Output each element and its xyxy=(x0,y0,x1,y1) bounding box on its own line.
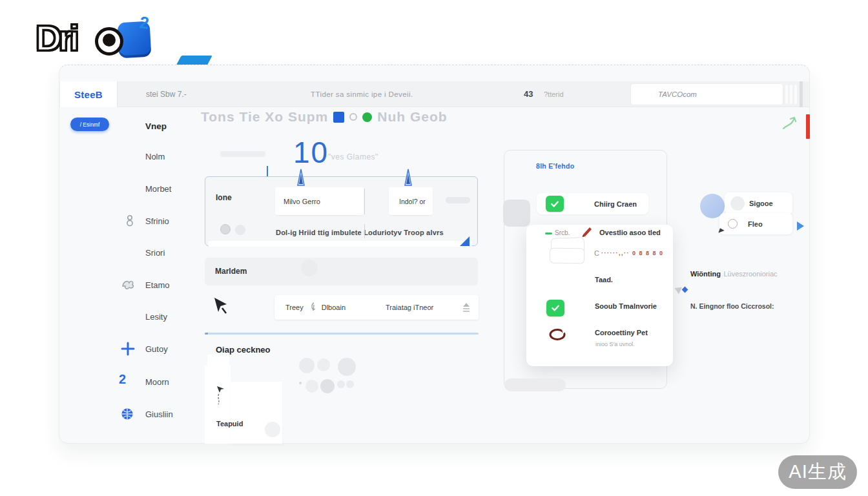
sidebar-item-label: Sfrinio xyxy=(145,216,169,226)
sidebar-item-etamo[interactable]: Etamo xyxy=(85,278,214,292)
dropdown-panel: Srcb. Ovestlio asoo tled C ······,,·· 0 … xyxy=(526,225,673,366)
gray-cursor-icon xyxy=(673,284,682,294)
note-bold: Wiönting xyxy=(690,270,721,278)
blue-marker-icon xyxy=(682,287,688,293)
dropdown-item-prefix: C xyxy=(594,249,599,257)
toolbar-value-3: Traiatag iTneor xyxy=(386,304,433,311)
toolbar-value-2: Dlboain xyxy=(322,304,346,311)
input-field-1[interactable] xyxy=(275,187,364,215)
placeholder-dot xyxy=(337,380,345,388)
sidebar-item-gutoy[interactable]: Gutoy xyxy=(85,342,214,356)
page-title-right: Nuh Geob xyxy=(377,109,447,125)
dropdown-item[interactable]: Sooub Tmalnvorie xyxy=(526,297,673,318)
topbar: SteeB stei Sbw 7.- TTider sa sinmic ipe … xyxy=(59,81,809,107)
field-divider xyxy=(364,224,365,238)
field-divider xyxy=(364,189,365,214)
brand-cell[interactable]: SteeB xyxy=(60,81,118,107)
placeholder-bar xyxy=(220,151,265,157)
placeholder-pill xyxy=(446,197,470,203)
placeholder-dot xyxy=(299,382,302,384)
sidebar-item-nolm[interactable]: Nolm xyxy=(85,149,214,163)
dropdown-item-text: Corooettiny Pet xyxy=(595,329,648,336)
dropdown-item[interactable]: Srcb. Ovestlio asoo tled xyxy=(526,225,673,244)
sidebar-item-moorn[interactable]: 2 Moorn xyxy=(85,375,214,389)
refresh-icon xyxy=(548,327,567,342)
sidebar-item-label: Vnep xyxy=(145,121,167,131)
avatar-dot xyxy=(235,225,245,235)
placeholder-bar xyxy=(504,378,566,391)
page-title: Tons Tie Xo Supm Nuh Geob xyxy=(201,109,448,125)
avatar-dot xyxy=(220,224,231,234)
note-rest: Lüveszroonioriac xyxy=(723,270,777,278)
logo-eye-icon xyxy=(95,27,123,56)
sidebar-item-sriori[interactable]: Sriori xyxy=(85,245,214,260)
dropdown-item[interactable]: Taad. xyxy=(526,271,673,288)
sigooe-button[interactable]: Sigooe xyxy=(725,192,792,214)
dropdown-item-text: Sooub Tmalnvorie xyxy=(595,302,657,310)
topbar-count: 43 xyxy=(524,89,533,99)
page-title-left: Tons Tie Xo Supm xyxy=(201,109,328,125)
stat-value: 10 xyxy=(293,135,329,170)
scroll-indicator xyxy=(806,114,810,139)
sort-stepper-icon[interactable] xyxy=(463,303,470,312)
dropdown-item-sub: inioo S'a uvnol. xyxy=(595,341,635,347)
corner-arrow-icon[interactable] xyxy=(460,236,470,246)
sidebar-item-giusliin[interactable]: Giusliin xyxy=(85,407,214,421)
placeholder-circle xyxy=(320,379,335,393)
card-title: 8lh E'fehdo xyxy=(536,162,574,170)
topbar-scrollbar[interactable] xyxy=(785,85,799,107)
ring-icon xyxy=(349,113,357,121)
note-line-2: N. Eingnor floo Ciccrosol: xyxy=(690,302,774,310)
topbar-menu-left[interactable]: stei Sbw 7.- xyxy=(146,90,187,99)
input-field-2[interactable] xyxy=(389,187,433,215)
search-input[interactable] xyxy=(630,83,783,105)
watermark-text: AI生成 xyxy=(789,459,846,485)
sidebar-item-label: Morbet xyxy=(145,184,171,194)
cursor-pointer-icon xyxy=(213,296,230,317)
green-dot-icon xyxy=(362,112,372,122)
dropdown-item[interactable]: C ······,,·· 0 8 8 8 0 xyxy=(526,244,673,264)
check-icon xyxy=(550,199,560,209)
placeholder-dot xyxy=(346,380,354,388)
dropdown-item-label: Srcb. xyxy=(555,229,570,236)
app-window: SteeB stei Sbw 7.- TTider sa sinmic ipe … xyxy=(59,65,810,444)
placeholder-circle xyxy=(338,358,356,376)
topbar-count-label: ?tterid xyxy=(544,90,564,98)
topbar-menu-center[interactable]: TTider sa sinmic ipe i Deveii. xyxy=(311,90,413,98)
sidebar-item-vnep[interactable]: Vnep xyxy=(85,119,214,133)
form-bottom-bar xyxy=(208,241,472,247)
dropdown-item-text: ······,,·· 0 8 8 8 0 xyxy=(601,250,664,256)
toolbar-row[interactable]: Treey Dlboain Traiatag iTneor xyxy=(274,295,479,320)
cursor-doodle-icon xyxy=(214,385,226,407)
figure-icon xyxy=(125,214,134,227)
sidebar-item-label: Nolm xyxy=(145,152,165,161)
dash-icon xyxy=(545,232,552,234)
check-button[interactable] xyxy=(546,196,564,212)
sidebar-item-sfrinio[interactable]: Sfrinio xyxy=(85,214,214,228)
pin-marker-icon xyxy=(296,168,306,187)
brand-name: SteeB xyxy=(74,89,103,100)
placeholder-circle xyxy=(305,380,318,393)
button-icon xyxy=(730,196,745,211)
clip-icon xyxy=(309,301,319,314)
form-section-1: Ione Dol-ig Hriid ttig imbulete Loduriot… xyxy=(205,176,478,246)
check-row[interactable]: Chiirg Craen xyxy=(537,193,648,214)
field-label: Ione xyxy=(216,193,232,202)
note-line: Wiönting Lüveszroonioriac xyxy=(690,267,778,279)
pin-marker-icon xyxy=(403,168,413,187)
sidebar-item-morbet[interactable]: Morbet xyxy=(85,181,214,196)
sprout-icon xyxy=(781,114,798,131)
placeholder-circle xyxy=(317,358,330,371)
play-arrow-icon[interactable] xyxy=(797,222,804,231)
placeholder-circle xyxy=(265,422,280,437)
check-icon xyxy=(550,303,561,313)
sidebar-item-lesity[interactable]: Lesity xyxy=(85,309,214,324)
button-label: Sigooe xyxy=(749,200,773,207)
fleo-button[interactable]: Fleo xyxy=(719,213,792,234)
section-title: Oiap ceckneo xyxy=(216,345,271,355)
dropdown-item[interactable]: Corooettiny Pet inioo S'a uvnol. xyxy=(526,325,673,353)
sidebar-item-label: Etamo xyxy=(145,280,170,290)
check-button[interactable] xyxy=(546,300,564,316)
sidebar-item-label: Giusliin xyxy=(145,409,173,419)
sidebar-item-label: Lesity xyxy=(145,312,167,322)
